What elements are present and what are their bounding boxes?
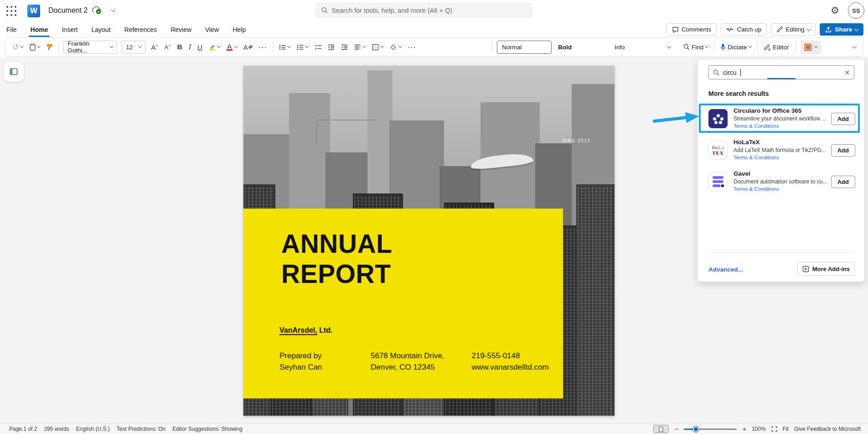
style-info[interactable]: Info [610,41,665,54]
share-icon [825,26,832,33]
global-search-input[interactable] [331,7,527,14]
italic-button[interactable]: I [188,42,192,52]
addin-result-gavel[interactable]: Gavel Document automation software to cu… [708,169,855,194]
catch-up-icon [726,27,734,32]
feedback-link[interactable]: Give Feedback to Microsoft [794,426,861,432]
menu-home[interactable]: Home [30,24,49,35]
addin-description: Document automation software to cu... [734,178,825,185]
page-view-button[interactable] [653,425,669,433]
prepared-by[interactable]: Prepared by Seyhan Can [279,350,343,373]
global-search[interactable] [316,3,532,17]
more-paragraph-options-button[interactable]: ··· [407,42,418,52]
share-button[interactable]: Share [820,23,863,36]
shrink-font-button[interactable]: A˅ [164,42,172,52]
more-font-options-button[interactable]: ··· [258,42,269,52]
add-holatex-button[interactable]: Add [831,144,855,157]
addin-result-holatex[interactable]: HoLaTEX HoLaTeX Add LaTeX Math formula o… [708,137,855,163]
word-count[interactable]: 295 words [44,426,69,432]
contact[interactable]: 219-555-0148 www.vanarsdelltd.com [472,350,549,373]
cover-title-block[interactable]: ANNUAL REPORT VanArsdel, Ltd. Prepared b… [243,209,563,398]
numbering-button[interactable] [296,43,309,52]
ribbon-options-chevron[interactable] [852,45,857,49]
add-circularo-button[interactable]: Add [831,113,855,125]
borders-icon [372,44,379,51]
settings-gear-icon[interactable]: ⚙ [831,4,839,17]
increase-indent-button[interactable] [340,43,349,52]
collab-buttons: Comments Catch up Editing Share [666,23,863,36]
highlighter-button[interactable] [208,42,221,52]
shading-button[interactable] [389,42,403,52]
decrease-indent-button[interactable] [327,43,336,52]
alignment-button[interactable] [353,43,367,52]
more-addins-button[interactable]: More Add-ins [797,262,855,276]
add-gavel-button[interactable]: Add [831,176,855,188]
bulleted-list-icon [279,44,286,50]
zoom-in-button[interactable]: + [742,427,746,431]
checklist-button[interactable] [314,43,322,52]
paste-button[interactable] [29,42,41,52]
menu-help[interactable]: Help [232,24,247,35]
status-bar: Page 1 of 2 295 words English (U.S.) Tex… [0,424,868,434]
menu-view[interactable]: View [204,24,220,35]
font-size-combo[interactable]: 12 [122,41,145,54]
menu-file[interactable]: File [5,24,18,35]
comments-button[interactable]: Comments [666,23,717,36]
clear-formatting-button[interactable]: A [243,42,253,52]
navigation-pane-toggle[interactable] [4,62,24,82]
style-bold[interactable]: Bold [553,41,608,54]
app-launcher-icon[interactable] [5,5,17,17]
word-logo[interactable]: W [27,5,40,17]
document-title[interactable]: Document 2 [48,6,88,15]
page-icon [659,426,663,432]
saved-to-cloud-icon[interactable] [91,5,102,15]
font-color-button[interactable]: A [226,42,238,52]
increase-indent-icon [341,44,348,50]
dictate-button[interactable]: Dictate [719,42,752,52]
zoom-out-button[interactable]: − [674,427,678,431]
address[interactable]: 5678 Mountain Drive, Denver, CO 12345 [371,350,444,373]
find-button[interactable]: Find [682,42,709,52]
menu-references[interactable]: References [124,24,158,35]
addins-button[interactable] [801,41,821,54]
document-title-chevron-icon[interactable] [111,8,116,12]
terms-link[interactable]: Terms & Conditions [734,154,825,161]
company-name[interactable]: VanArsdel, Ltd. [279,326,332,335]
format-painter-button[interactable] [46,42,54,52]
addin-result-circularo[interactable]: Circularo for Office 365 Streamline your… [708,106,855,131]
zoom-slider[interactable] [684,426,737,432]
addins-search-field[interactable]: circu ✕ [708,65,854,79]
menu-review[interactable]: Review [170,24,192,35]
font-name-combo[interactable]: Franklin Gothi... [63,41,117,54]
undo-button[interactable]: ↺ [11,41,24,53]
menu-layout[interactable]: Layout [90,24,111,35]
clear-search-icon[interactable]: ✕ [844,69,850,76]
advanced-link[interactable]: Advanced... [708,266,743,273]
borders-button[interactable] [371,42,384,52]
report-title[interactable]: ANNUAL REPORT [281,229,393,289]
style-normal[interactable]: Normal [497,41,552,54]
fit-button[interactable]: Fit [783,426,789,432]
zoom-slider-thumb[interactable] [693,426,699,432]
microphone-icon [720,43,726,51]
terms-link[interactable]: Terms & Conditions [734,186,825,193]
zoom-level[interactable]: 100% [752,426,766,432]
editor-suggestions-toggle[interactable]: Editor Suggestions: Showing [172,426,242,432]
catch-up-button[interactable]: Catch up [721,23,767,36]
terms-link[interactable]: Terms & Conditions [734,123,825,130]
menu-insert[interactable]: Insert [61,24,78,35]
boxed-plus-icon [802,266,809,272]
fit-icon[interactable] [771,426,777,432]
holatex-logo-icon: HoLaTEX [708,141,728,160]
styles-gallery-chevron[interactable] [666,45,672,49]
text-predictions-toggle[interactable]: Text Predictions: On [117,426,165,432]
underline-button[interactable]: U [196,42,203,52]
addins-section-title: More search results [708,90,769,97]
account-avatar[interactable]: SS [848,2,864,19]
language-indicator[interactable]: English (U.S.) [76,426,110,432]
bullets-button[interactable] [278,43,291,52]
editor-button[interactable]: Editor [763,42,790,52]
grow-font-button[interactable]: A˄ [150,42,159,52]
bold-button[interactable]: B [176,42,183,52]
page-indicator[interactable]: Page 1 of 2 [9,426,37,432]
editing-mode-button[interactable]: Editing [771,23,816,36]
